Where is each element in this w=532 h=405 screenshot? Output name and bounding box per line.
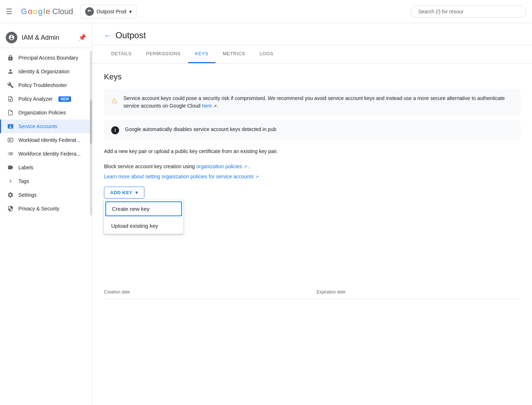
- info-text: Google automatically disables service ac…: [125, 126, 276, 133]
- content-header: ← Outpost: [92, 23, 532, 45]
- doc-search-icon: [7, 96, 14, 102]
- warning-triangle-icon: ⚠: [111, 95, 118, 106]
- svg-point-0: [88, 10, 90, 12]
- add-key-dropdown-menu: Create new key Upload existing key: [104, 200, 183, 234]
- person-icon: [7, 68, 14, 75]
- add-key-button[interactable]: ADD KEY ▾: [104, 187, 144, 199]
- sidebar-label-policy-analyzer: Policy Analyzer: [18, 96, 53, 102]
- svg-point-1: [90, 10, 91, 12]
- sidebar-item-workforce-identity[interactable]: Workforce Identity Federa...: [0, 147, 92, 161]
- dropdown-arrow-icon: ▾: [135, 190, 138, 195]
- add-key-dropdown-container: ADD KEY ▾ Create new key Upload existing…: [104, 181, 144, 199]
- project-avatar: [85, 7, 94, 16]
- scrollbar-track: [90, 51, 92, 215]
- sidebar-nav: Principal Access Boundary Identity & Org…: [0, 51, 92, 215]
- table-header-row: Creation date Expiration date: [104, 285, 520, 299]
- service-account-icon: [7, 123, 14, 130]
- iam-admin-icon: [6, 32, 17, 43]
- tab-permissions[interactable]: PERMISSIONS: [139, 45, 188, 63]
- search-placeholder: Search (/) for resour: [418, 9, 463, 14]
- external-link-icon1: ↗: [213, 104, 217, 109]
- sidebar-header: IAM & Admin 📌: [0, 26, 92, 48]
- project-selector[interactable]: Outpost Prod ▾: [80, 5, 137, 18]
- table-col-creation-date: Creation date: [104, 289, 308, 295]
- id-card-icon: [7, 137, 14, 143]
- sidebar-label-tags: Tags: [18, 178, 29, 184]
- wrench-icon: [7, 82, 14, 88]
- search-bar[interactable]: Search (/) for resour: [411, 5, 526, 18]
- tag-icon: [7, 164, 14, 171]
- sidebar-item-org-policies[interactable]: Organization Policies: [0, 106, 92, 119]
- tab-keys[interactable]: KEYS: [188, 45, 216, 63]
- list-doc-icon: [7, 109, 14, 116]
- sidebar-item-identity-org[interactable]: Identity & Organization: [0, 65, 92, 78]
- sidebar-label-service-accounts: Service Accounts: [18, 123, 57, 129]
- page-title: Outpost: [115, 30, 146, 40]
- external-link-icon2: ↗: [244, 164, 247, 169]
- list-icon: [7, 151, 14, 157]
- add-key-description: Add a new key pair or upload a public ke…: [104, 147, 520, 155]
- add-key-label: ADD KEY: [110, 190, 132, 195]
- table-col-expiration-date: Expiration date: [317, 289, 520, 295]
- gear-icon: [7, 192, 14, 198]
- sidebar-item-settings[interactable]: Settings: [0, 188, 92, 202]
- keys-title: Keys: [104, 72, 520, 82]
- dropdown-arrow-icon: ▾: [129, 9, 132, 14]
- sidebar-label-labels: Labels: [18, 165, 33, 170]
- main-content: ← Outpost DETAILS PERMISSIONS KEYS METRI…: [92, 23, 532, 405]
- tab-logs[interactable]: LOGS: [252, 45, 280, 63]
- keys-section: Keys ⚠ Service account keys could pose a…: [92, 64, 532, 308]
- shield-icon: [7, 205, 14, 212]
- back-button[interactable]: ←: [104, 31, 111, 40]
- pin-icon[interactable]: 📌: [78, 34, 86, 42]
- info-circle-icon: i: [111, 126, 119, 134]
- upload-existing-key-item[interactable]: Upload existing key: [104, 218, 183, 234]
- sidebar-label-identity-org: Identity & Organization: [18, 69, 70, 74]
- sidebar-item-privacy-security[interactable]: Privacy & Security: [0, 202, 92, 215]
- external-link-icon3: ↗: [255, 174, 259, 179]
- sidebar-item-service-accounts[interactable]: Service Accounts: [0, 119, 92, 133]
- cloud-text: Cloud: [52, 7, 73, 16]
- sidebar-item-policy-troubleshooter[interactable]: Policy Troubleshooter: [0, 78, 92, 92]
- sidebar-label-settings: Settings: [18, 192, 37, 198]
- create-new-key-item[interactable]: Create new key: [105, 201, 182, 216]
- sidebar-label-org-policies: Organization Policies: [18, 110, 66, 116]
- chevron-right-icon: [7, 178, 14, 184]
- sidebar: IAM & Admin 📌 Principal Access Boundary …: [0, 23, 92, 405]
- tab-bar: DETAILS PERMISSIONS KEYS METRICS LOGS: [92, 45, 532, 64]
- sidebar-label-principal-access: Principal Access Boundary: [18, 55, 78, 61]
- tab-metrics[interactable]: METRICS: [215, 45, 252, 63]
- sidebar-label-privacy-security: Privacy & Security: [18, 206, 60, 212]
- scrollbar-thumb[interactable]: [90, 100, 92, 144]
- org-policies-link[interactable]: organization policies ↗: [196, 164, 249, 169]
- tab-details[interactable]: DETAILS: [104, 45, 139, 63]
- sidebar-title: IAM & Admin: [22, 34, 74, 42]
- sidebar-item-principal-access[interactable]: Principal Access Boundary: [0, 51, 92, 65]
- new-badge: NEW: [58, 96, 71, 102]
- sidebar-item-policy-analyzer[interactable]: Policy Analyzer NEW: [0, 92, 92, 106]
- sidebar-label-workload-identity: Workload Identity Federat...: [18, 137, 80, 143]
- sidebar-item-tags[interactable]: Tags: [0, 174, 92, 188]
- project-name: Outpost Prod: [97, 9, 127, 14]
- here-link[interactable]: here: [202, 103, 212, 109]
- org-policy-text: Block service account key creation using…: [104, 162, 520, 170]
- sidebar-label-policy-troubleshooter: Policy Troubleshooter: [18, 82, 67, 88]
- learn-more-link[interactable]: Learn more about setting organization po…: [104, 174, 259, 179]
- sidebar-item-workload-identity[interactable]: Workload Identity Federat...: [0, 133, 92, 147]
- warning-text: Service account keys could pose a securi…: [123, 95, 513, 110]
- sidebar-label-workforce-identity: Workforce Identity Federa...: [18, 151, 80, 157]
- main-layout: IAM & Admin 📌 Principal Access Boundary …: [0, 23, 532, 405]
- google-logo: Google Cloud: [21, 7, 73, 16]
- hamburger-menu-icon[interactable]: ☰: [6, 7, 12, 16]
- security-warning-box: ⚠ Service account keys could pose a secu…: [104, 89, 520, 116]
- shield-lock-icon: [7, 55, 14, 61]
- topbar: ☰ Google Cloud Outpost Prod ▾ Search (/)…: [0, 0, 532, 23]
- sidebar-item-labels[interactable]: Labels: [0, 161, 92, 174]
- info-box: i Google automatically disables service …: [104, 120, 520, 140]
